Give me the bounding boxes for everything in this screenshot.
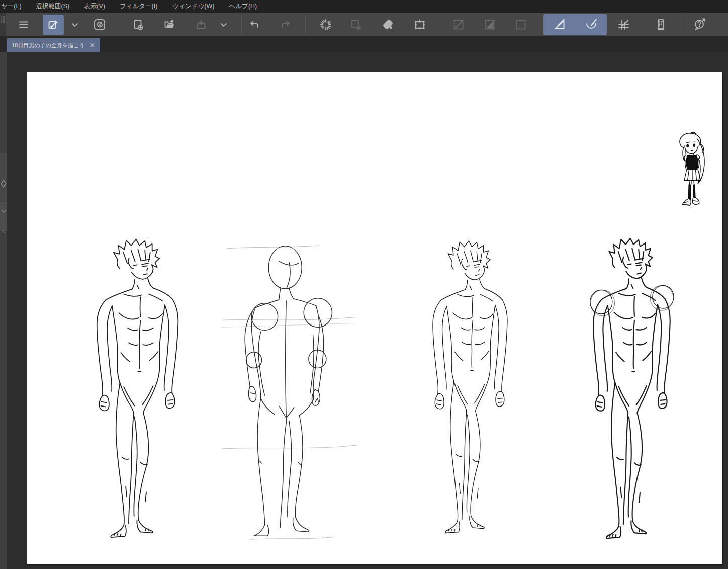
toolbar-divider bbox=[680, 15, 680, 34]
male-full-body-construction-sketch bbox=[221, 239, 358, 548]
chevron-down-icon[interactable] bbox=[216, 15, 232, 35]
close-icon[interactable]: ✕ bbox=[90, 42, 95, 49]
collapsed-palette-dock[interactable] bbox=[0, 52, 7, 569]
toolbar-divider bbox=[305, 15, 306, 34]
help-bubble-icon[interactable] bbox=[686, 15, 713, 35]
male-full-body-lineart-3-shoulder-guides bbox=[572, 236, 674, 546]
undo-arrow-icon[interactable] bbox=[245, 15, 264, 35]
male-full-body-lineart-1 bbox=[74, 237, 182, 545]
paint-bucket-icon[interactable] bbox=[378, 15, 399, 35]
paint-application-window: ヤー(L) 選択範囲(S) 表示(V) フィルター(I) ウィンドウ(W) ヘル… bbox=[0, 0, 728, 569]
dashed-square-icon[interactable] bbox=[510, 15, 531, 35]
collapse-chevron-icon[interactable] bbox=[1, 208, 7, 215]
open-folder-icon[interactable] bbox=[159, 15, 180, 35]
dashed-square-diagonal-icon[interactable] bbox=[448, 15, 469, 35]
expand-panel-icon[interactable] bbox=[1, 178, 7, 189]
smartphone-icon[interactable] bbox=[648, 15, 673, 35]
snap-ruler-icon[interactable] bbox=[543, 14, 575, 35]
menu-filter[interactable]: フィルター(I) bbox=[120, 1, 157, 12]
dock-segment bbox=[0, 202, 7, 231]
dock-segment bbox=[0, 153, 7, 201]
chevron-down-icon[interactable] bbox=[67, 15, 83, 35]
deselect-burst-icon[interactable] bbox=[315, 15, 336, 35]
toolbar-divider bbox=[241, 15, 242, 34]
menu-help[interactable]: ヘルプ(H) bbox=[229, 1, 257, 12]
document-view bbox=[7, 52, 728, 569]
workspace bbox=[0, 52, 728, 569]
toolbar-divider bbox=[119, 15, 119, 34]
transform-handles-icon[interactable] bbox=[409, 15, 430, 35]
save-icon[interactable] bbox=[191, 15, 212, 35]
hamburger-menu-icon[interactable] bbox=[13, 15, 34, 35]
menu-bar: ヤー(L) 選択範囲(S) 表示(V) フィルター(I) ウィンドウ(W) ヘル… bbox=[0, 0, 728, 13]
menu-view[interactable]: 表示(V) bbox=[84, 1, 105, 12]
toolbar-grip[interactable] bbox=[0, 13, 6, 36]
snap-special-ruler-icon[interactable] bbox=[575, 14, 607, 35]
menu-selection[interactable]: 選択範囲(S) bbox=[36, 1, 70, 12]
redo-arrow-icon[interactable] bbox=[276, 15, 295, 35]
operation-tool-icon[interactable] bbox=[43, 15, 64, 35]
male-full-body-lineart-2 bbox=[412, 239, 511, 541]
document-tab-bar: 18日目男の子の全身を描こう ✕ bbox=[0, 36, 728, 52]
reselect-dashed-icon[interactable] bbox=[345, 15, 367, 35]
chibi-girl-reference bbox=[671, 132, 713, 213]
document-tab-title: 18日目男の子の全身を描こう bbox=[12, 42, 85, 49]
command-bar bbox=[0, 13, 728, 36]
drawing-canvas[interactable] bbox=[27, 72, 722, 564]
document-tab[interactable]: 18日目男の子の全身を描こう ✕ bbox=[7, 38, 100, 52]
menu-layer[interactable]: ヤー(L) bbox=[1, 1, 22, 12]
toolbar-divider bbox=[440, 15, 440, 34]
new-document-icon[interactable] bbox=[128, 15, 149, 35]
toolbar-divider bbox=[642, 15, 642, 34]
clip-studio-logo-icon[interactable] bbox=[89, 15, 110, 35]
snap-grid-icon[interactable] bbox=[612, 15, 636, 35]
menu-window[interactable]: ウィンドウ(W) bbox=[172, 1, 214, 12]
dock-tick-icon[interactable] bbox=[1, 229, 7, 234]
dashed-square-triangle-icon[interactable] bbox=[479, 15, 500, 35]
